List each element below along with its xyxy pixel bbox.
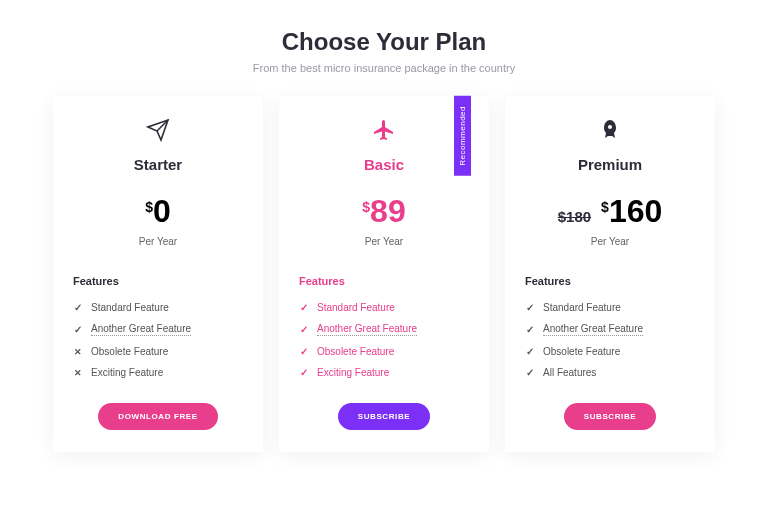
check-icon xyxy=(299,302,309,313)
check-icon xyxy=(73,302,83,313)
price-row: $89 xyxy=(299,193,469,230)
features-list: Standard FeatureAnother Great FeatureObs… xyxy=(525,297,695,383)
page-title: Choose Your Plan xyxy=(50,28,718,56)
cross-icon xyxy=(73,347,83,357)
pricing-card-basic: RecommendedBasic$89Per YearFeaturesStand… xyxy=(279,96,489,452)
cross-icon xyxy=(73,368,83,378)
rocket-icon xyxy=(525,118,695,148)
plane-icon xyxy=(299,118,469,148)
feature-label: All Features xyxy=(543,367,596,378)
billing-period: Per Year xyxy=(299,236,469,247)
price-row: $180$160 xyxy=(525,193,695,230)
page-subtitle: From the best micro insurance package in… xyxy=(50,62,718,74)
feature-label: Standard Feature xyxy=(317,302,395,313)
features-list: Standard FeatureAnother Great FeatureObs… xyxy=(73,297,243,383)
feature-label: Standard Feature xyxy=(91,302,169,313)
feature-item: Another Great Feature xyxy=(299,318,469,341)
feature-item: Obsolete Feature xyxy=(525,341,695,362)
recommended-ribbon: Recommended xyxy=(454,96,471,176)
old-price: $180 xyxy=(558,208,591,225)
features-heading: Features xyxy=(525,275,695,287)
feature-label: Obsolete Feature xyxy=(543,346,620,357)
price-amount: 160 xyxy=(609,193,662,229)
feature-item: Obsolete Feature xyxy=(73,341,243,362)
check-icon xyxy=(73,324,83,335)
price-row: $0 xyxy=(73,193,243,230)
features-heading: Features xyxy=(299,275,469,287)
feature-item: Standard Feature xyxy=(525,297,695,318)
currency-symbol: $ xyxy=(362,199,370,215)
check-icon xyxy=(525,367,535,378)
feature-label: Obsolete Feature xyxy=(91,346,168,357)
plan-name: Basic xyxy=(299,156,469,173)
paper-plane-icon xyxy=(73,118,243,148)
feature-label: Obsolete Feature xyxy=(317,346,394,357)
feature-item: Exciting Feature xyxy=(73,362,243,383)
price-amount: 0 xyxy=(153,193,171,229)
pricing-card-starter: Starter$0Per YearFeaturesStandard Featur… xyxy=(53,96,263,452)
plan-name: Premium xyxy=(525,156,695,173)
feature-item: Another Great Feature xyxy=(525,318,695,341)
plan-name: Starter xyxy=(73,156,243,173)
check-icon xyxy=(525,324,535,335)
feature-item: Standard Feature xyxy=(299,297,469,318)
feature-label: Another Great Feature xyxy=(91,323,191,336)
subscribe-button[interactable]: SUBSCRIBE xyxy=(338,403,431,430)
check-icon xyxy=(299,346,309,357)
feature-item: Obsolete Feature xyxy=(299,341,469,362)
pricing-card-premium: Premium$180$160Per YearFeaturesStandard … xyxy=(505,96,715,452)
check-icon xyxy=(299,324,309,335)
price-amount: 89 xyxy=(370,193,406,229)
feature-item: All Features xyxy=(525,362,695,383)
check-icon xyxy=(525,346,535,357)
feature-label: Another Great Feature xyxy=(543,323,643,336)
billing-period: Per Year xyxy=(525,236,695,247)
features-heading: Features xyxy=(73,275,243,287)
feature-label: Standard Feature xyxy=(543,302,621,313)
feature-label: Exciting Feature xyxy=(317,367,389,378)
features-list: Standard FeatureAnother Great FeatureObs… xyxy=(299,297,469,383)
feature-label: Another Great Feature xyxy=(317,323,417,336)
billing-period: Per Year xyxy=(73,236,243,247)
currency-symbol: $ xyxy=(601,199,609,215)
currency-symbol: $ xyxy=(145,199,153,215)
download-free-button[interactable]: DOWNLOAD FREE xyxy=(98,403,217,430)
feature-label: Exciting Feature xyxy=(91,367,163,378)
subscribe-button[interactable]: SUBSCRIBE xyxy=(564,403,657,430)
feature-item: Standard Feature xyxy=(73,297,243,318)
feature-item: Another Great Feature xyxy=(73,318,243,341)
check-icon xyxy=(299,367,309,378)
check-icon xyxy=(525,302,535,313)
feature-item: Exciting Feature xyxy=(299,362,469,383)
